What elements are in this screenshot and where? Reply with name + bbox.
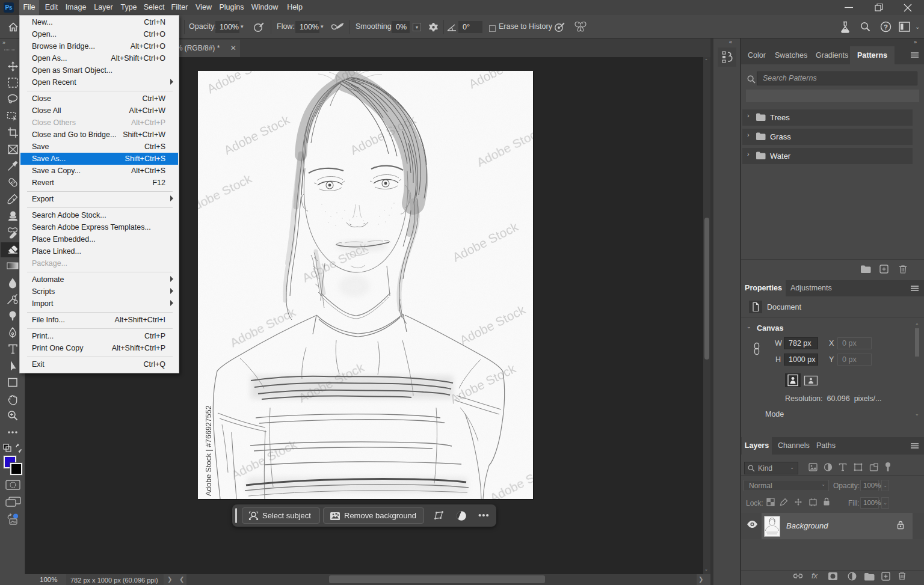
svg-text:?: ? [884,23,888,31]
svg-text:Adobe Stock | #766927552: Adobe Stock | #766927552 [205,405,213,496]
